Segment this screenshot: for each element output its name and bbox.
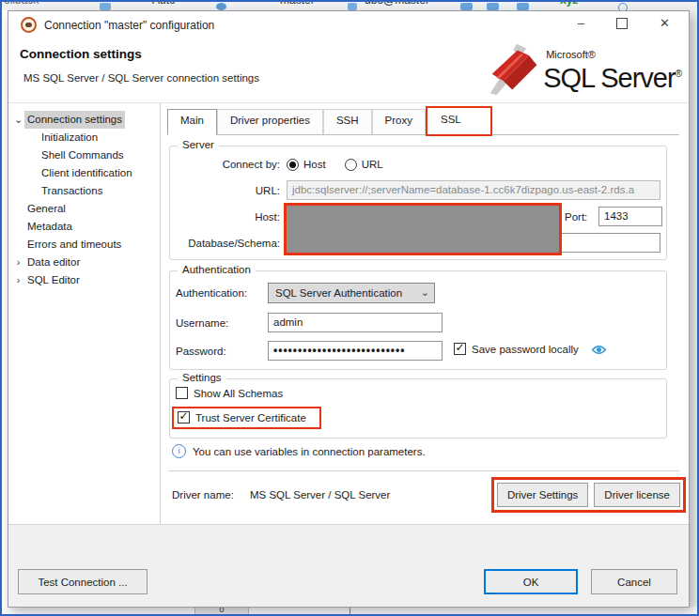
sidebar-item-errors-and-timeouts[interactable]: Errors and timeouts: [8, 236, 160, 254]
authentication-group: Authentication Authentication: SQL Serve…: [169, 270, 667, 370]
port-label: Port:: [565, 207, 587, 227]
sidebar-item-metadata[interactable]: Metadata: [8, 218, 160, 236]
background-text-master: master: [280, 2, 315, 7]
connection-configuration-dialog: Connection "master" configuration – ✕ Co…: [8, 10, 690, 608]
background-right-gutter: [690, 2, 697, 614]
settings-group: Settings Show All Schemas Trust Server C…: [169, 378, 667, 439]
authentication-select[interactable]: SQL Server Authentication ⌄: [268, 283, 435, 303]
show-all-schemas-label: Show All Schemas: [194, 388, 283, 399]
driver-name-label: Driver name:: [172, 489, 234, 500]
tab-ssl[interactable]: SSL: [427, 108, 490, 134]
page-title: Connection settings: [20, 47, 142, 61]
dbeaver-app-icon: [21, 17, 37, 33]
sidebar-tree: ⌄Connection settingsInitializationShell …: [8, 103, 161, 525]
authentication-selected-value: SQL Server Authentication: [275, 287, 402, 299]
password-input[interactable]: •••••••••••••••••••••••••••: [268, 341, 443, 361]
trust-certificate-checkbox-row[interactable]: Trust Server Certificate: [178, 411, 306, 424]
highlight-box-ssl-tab: SSL: [426, 106, 492, 136]
server-group-legend: Server: [178, 139, 219, 150]
toolbar-icon: [487, 3, 499, 10]
trust-certificate-highlight-box: Trust Server Certificate: [172, 407, 321, 429]
trust-certificate-label: Trust Server Certificate: [195, 412, 306, 424]
authentication-group-legend: Authentication: [178, 264, 256, 275]
dialog-header: Connection settings MS SQL Server / SQL …: [8, 39, 689, 103]
checkbox-checked-icon[interactable]: [454, 343, 466, 355]
port-input[interactable]: 1433: [598, 207, 662, 226]
checkbox-checked-icon[interactable]: [178, 411, 190, 424]
host-label: Host:: [170, 207, 280, 227]
sidebar-item-label: General: [24, 200, 69, 218]
tab-driver-properties[interactable]: Driver properties: [217, 109, 323, 134]
background-bottom-sliver: 0: [2, 607, 697, 614]
sidebar-item-label: Connection settings: [24, 111, 125, 129]
host-radio-option[interactable]: Host: [287, 159, 326, 171]
title-bar[interactable]: Connection "master" configuration – ✕: [8, 11, 689, 39]
driver-license-button[interactable]: Driver license: [594, 483, 680, 507]
connect-by-radio-group: Host URL: [287, 154, 383, 175]
background-text-dbo-master: dbo@master: [365, 2, 429, 7]
window-title: Connection "master" configuration: [44, 19, 214, 32]
show-password-eye-icon[interactable]: [591, 344, 607, 358]
show-all-schemas-checkbox-row[interactable]: Show All Schemas: [176, 387, 283, 399]
radio-unselected-icon[interactable]: [345, 159, 357, 171]
sidebar-item-general[interactable]: General: [8, 200, 160, 218]
sidebar-item-data-editor[interactable]: ›Data editor: [8, 254, 160, 271]
save-password-checkbox-row[interactable]: Save password locally: [454, 343, 579, 355]
tab-ssh[interactable]: SSH: [323, 109, 372, 134]
sidebar-item-shell-commands[interactable]: Shell Commands: [8, 146, 160, 164]
minimize-icon[interactable]: –: [578, 16, 584, 31]
chevron-right-icon[interactable]: ›: [12, 254, 24, 271]
background-grid-line: [350, 607, 350, 614]
tab-main[interactable]: Main: [167, 109, 217, 135]
info-icon: i: [172, 444, 186, 458]
host-redaction-highlight-box: [284, 203, 562, 255]
tab-bar: MainDriver propertiesSSHProxySSL: [167, 109, 679, 135]
logo-product-text: SQL Server®: [543, 63, 681, 93]
sidebar-item-label: Data editor: [24, 254, 83, 271]
screen: ollback Auto master dbo@master xyz 0 Con…: [0, 0, 699, 616]
driver-settings-button[interactable]: Driver Settings: [497, 483, 588, 507]
sidebar-item-label: SQL Editor: [24, 271, 83, 289]
database-schema-label: Database/Schema:: [170, 233, 280, 254]
main-content: MainDriver propertiesSSHProxySSL Server …: [161, 103, 689, 525]
content-divider: [168, 470, 679, 471]
chevron-down-icon: ⌄: [421, 284, 429, 300]
radio-selected-icon[interactable]: [287, 159, 299, 171]
sidebar-item-connection-settings[interactable]: ⌄Connection settings: [8, 111, 160, 129]
info-message-text: You can use variables in connection para…: [193, 446, 426, 457]
sidebar-item-label: Errors and timeouts: [24, 236, 124, 254]
sql-server-swirl-icon: [488, 42, 542, 97]
chevron-right-icon[interactable]: ›: [12, 271, 24, 289]
host-radio-label: Host: [303, 159, 326, 170]
sql-server-logo: Microsoft® SQL Server®: [488, 39, 681, 100]
sidebar-item-client-identification[interactable]: Client identification: [8, 164, 160, 182]
save-password-label: Save password locally: [472, 344, 579, 355]
settings-group-legend: Settings: [178, 372, 226, 383]
chevron-down-icon[interactable]: ⌄: [12, 111, 24, 129]
test-connection-button[interactable]: Test Connection ...: [18, 569, 148, 594]
background-text-xyz: xyz: [560, 2, 578, 7]
sidebar-item-label: Transactions: [39, 182, 105, 200]
url-input[interactable]: jdbc:sqlserver://;serverName=database-1.…: [287, 180, 660, 200]
driver-name-value: MS SQL Server / SQL Server: [250, 489, 390, 500]
background-grid-cell: 0: [194, 607, 249, 614]
sidebar-item-label: Client identification: [39, 164, 135, 182]
sidebar-item-initialization[interactable]: Initialization: [8, 129, 160, 146]
sidebar-item-sql-editor[interactable]: ›SQL Editor: [8, 271, 160, 289]
sidebar-item-label: Metadata: [24, 218, 75, 236]
url-radio-option[interactable]: URL: [345, 159, 383, 171]
ok-button[interactable]: OK: [484, 569, 578, 594]
toolbar-icon: [216, 3, 226, 10]
sidebar-item-label: Initialization: [39, 129, 101, 146]
maximize-icon[interactable]: [616, 18, 628, 29]
authentication-label: Authentication:: [176, 283, 247, 303]
close-icon[interactable]: ✕: [660, 16, 670, 31]
search-icon: [618, 3, 628, 10]
tab-proxy[interactable]: Proxy: [372, 109, 426, 134]
username-input[interactable]: admin: [268, 313, 443, 332]
sidebar-item-transactions[interactable]: Transactions: [8, 182, 160, 200]
cancel-button[interactable]: Cancel: [591, 569, 677, 594]
checkbox-unchecked-icon[interactable]: [176, 387, 188, 399]
toolbar-icon: [460, 3, 473, 10]
background-text-auto: Auto: [152, 2, 176, 7]
